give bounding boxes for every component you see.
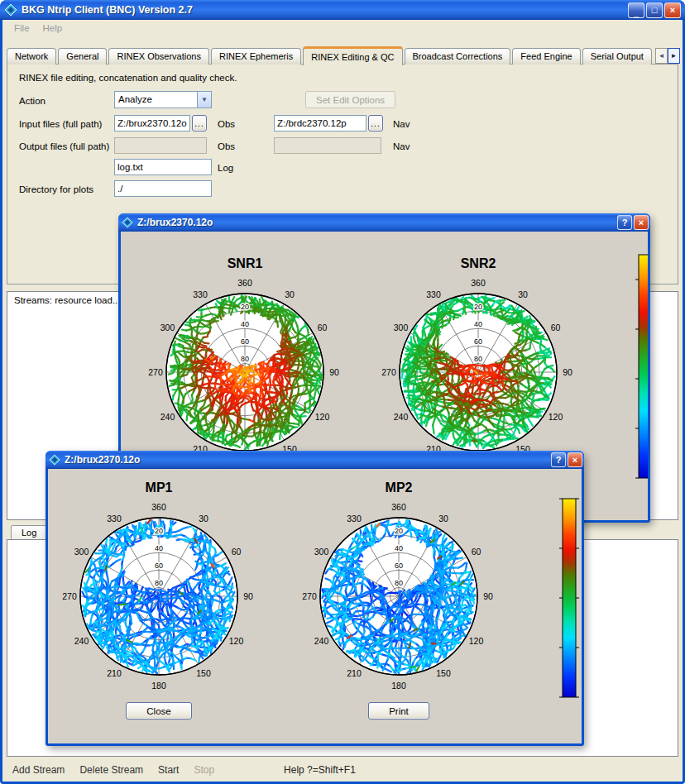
obs-label-input: Obs bbox=[218, 119, 235, 129]
svg-text:360: 360 bbox=[151, 502, 166, 512]
maximize-button[interactable]: □ bbox=[646, 2, 663, 18]
input-obs-field[interactable] bbox=[114, 115, 190, 131]
start-button[interactable]: Start bbox=[158, 764, 179, 776]
log-file-field[interactable] bbox=[114, 159, 212, 175]
delete-stream-button[interactable]: Delete Stream bbox=[79, 764, 143, 776]
svg-text:120: 120 bbox=[315, 412, 330, 422]
svg-text:180: 180 bbox=[391, 681, 406, 691]
nav-label-input: Nav bbox=[393, 119, 410, 129]
svg-text:80: 80 bbox=[474, 355, 482, 363]
print-plot-button[interactable]: Print bbox=[368, 702, 429, 719]
plot-title-mp1: MP1 bbox=[60, 480, 258, 495]
action-label: Action bbox=[19, 96, 46, 106]
log-label: Log bbox=[218, 163, 233, 173]
skyplot-snr1: 8060402036030609012015018021024027030033… bbox=[146, 273, 344, 471]
set-edit-options-button[interactable]: Set Edit Options bbox=[305, 91, 395, 108]
titlebar[interactable]: BKG Ntrip Client (BNC) Version 2.7 _ □ × bbox=[0, 0, 685, 20]
skyplot-block-snr1: SNR1 80604020360306090120150180210240270… bbox=[146, 256, 344, 471]
tab-rinex-observations[interactable]: RINEX Observations bbox=[108, 48, 208, 65]
skyplot-block-mp2: MP2 806040203603060901201501802102402703… bbox=[299, 480, 498, 719]
close-plot-button[interactable]: Close bbox=[126, 702, 191, 719]
svg-text:120: 120 bbox=[469, 636, 484, 646]
colorbar-snr: 86420 bbox=[634, 245, 648, 493]
svg-text:30: 30 bbox=[285, 289, 295, 299]
panel-description: RINEX file editing, concatenation and qu… bbox=[19, 73, 237, 83]
svg-text:40: 40 bbox=[241, 320, 249, 328]
skyplot-mp1: 8060402036030609012015018021024027030033… bbox=[60, 497, 258, 696]
colorbar-mp: 21,510,50Meters bbox=[558, 489, 582, 712]
tab-scroll-left-icon[interactable]: ◄ bbox=[655, 48, 668, 64]
skyplot-mp2: 8060402036030609012015018021024027030033… bbox=[299, 497, 498, 696]
add-stream-button[interactable]: Add Stream bbox=[12, 764, 65, 776]
help-hint: Help ?=Shift+F1 bbox=[284, 764, 356, 776]
tab-feed-engine[interactable]: Feed Engine bbox=[512, 48, 580, 65]
menu-file[interactable]: File bbox=[7, 22, 36, 35]
app-icon bbox=[4, 3, 17, 17]
menu-bar: File Help bbox=[2, 20, 683, 36]
main-window: BKG Ntrip Client (BNC) Version 2.7 _ □ ×… bbox=[0, 0, 685, 784]
client-area: File Help Network General RINEX Observat… bbox=[2, 20, 683, 782]
svg-text:330: 330 bbox=[426, 289, 441, 299]
svg-text:60: 60 bbox=[551, 323, 561, 332]
snr-dialog-titlebar[interactable]: Z:/brux2370.12o ? × bbox=[118, 213, 650, 232]
browse-obs-button[interactable]: ... bbox=[192, 115, 207, 131]
svg-text:150: 150 bbox=[436, 668, 451, 678]
svg-text:270: 270 bbox=[302, 591, 317, 601]
nav-label-output: Nav bbox=[393, 141, 410, 151]
svg-text:30: 30 bbox=[199, 514, 208, 523]
tab-network[interactable]: Network bbox=[7, 48, 56, 65]
svg-text:30: 30 bbox=[438, 514, 448, 523]
plots-dir-field[interactable] bbox=[114, 180, 212, 197]
snr-close-button[interactable]: × bbox=[634, 215, 649, 230]
tab-broadcast-corrections[interactable]: Broadcast Corrections bbox=[405, 48, 511, 65]
plots-dir-label: Directory for plots bbox=[19, 184, 93, 194]
svg-text:300: 300 bbox=[314, 547, 329, 557]
menu-help[interactable]: Help bbox=[36, 22, 69, 35]
svg-text:60: 60 bbox=[318, 323, 328, 332]
svg-text:210: 210 bbox=[347, 668, 362, 678]
svg-text:20: 20 bbox=[474, 303, 482, 311]
dialog-icon bbox=[122, 217, 133, 228]
svg-text:90: 90 bbox=[243, 591, 253, 601]
svg-text:150: 150 bbox=[196, 668, 211, 678]
svg-text:80: 80 bbox=[155, 579, 163, 587]
svg-text:60: 60 bbox=[472, 547, 481, 557]
mp-dialog-body: MP1 806040203603060901201501802102402703… bbox=[48, 469, 582, 743]
tab-rinex-editing-qc[interactable]: RINEX Editing & QC bbox=[303, 46, 402, 65]
skyplot-block-mp1: MP1 806040203603060901201501802102402703… bbox=[60, 480, 258, 719]
svg-text:360: 360 bbox=[237, 278, 252, 288]
tab-log[interactable]: Log bbox=[11, 525, 47, 540]
svg-text:180: 180 bbox=[151, 681, 166, 691]
svg-text:60: 60 bbox=[155, 562, 163, 570]
svg-text:330: 330 bbox=[347, 514, 362, 523]
tab-serial-output[interactable]: Serial Output bbox=[582, 48, 652, 65]
tab-general[interactable]: General bbox=[58, 48, 107, 65]
svg-text:270: 270 bbox=[381, 367, 396, 377]
svg-text:20: 20 bbox=[241, 303, 249, 311]
close-button[interactable]: × bbox=[664, 2, 681, 18]
svg-text:80: 80 bbox=[241, 355, 249, 363]
svg-text:90: 90 bbox=[483, 591, 493, 601]
window-title: BKG Ntrip Client (BNC) Version 2.7 bbox=[22, 4, 628, 16]
action-select[interactable]: Analyze ▼ bbox=[114, 91, 212, 108]
stop-button[interactable]: Stop bbox=[194, 764, 214, 776]
browse-nav-button[interactable]: ... bbox=[368, 115, 383, 131]
mp-help-button[interactable]: ? bbox=[551, 452, 566, 467]
svg-text:300: 300 bbox=[394, 323, 409, 332]
tab-scroll-right-icon[interactable]: ► bbox=[668, 48, 680, 64]
mp-close-button[interactable]: × bbox=[568, 452, 582, 467]
combo-arrow-icon[interactable]: ▼ bbox=[197, 92, 211, 108]
svg-text:300: 300 bbox=[74, 547, 89, 557]
snr-help-button[interactable]: ? bbox=[617, 215, 632, 230]
svg-text:80: 80 bbox=[395, 579, 403, 587]
tab-rinex-ephemeris[interactable]: RINEX Ephemeris bbox=[211, 48, 301, 65]
minimize-button[interactable]: _ bbox=[628, 2, 644, 18]
svg-text:40: 40 bbox=[395, 544, 403, 552]
snr-dialog-title: Z:/brux2370.12o bbox=[137, 217, 616, 228]
svg-text:360: 360 bbox=[391, 502, 406, 512]
svg-text:120: 120 bbox=[229, 636, 244, 646]
svg-text:240: 240 bbox=[74, 636, 89, 646]
input-nav-field[interactable] bbox=[274, 115, 366, 131]
mp-dialog-titlebar[interactable]: Z:/brux2370.12o ? × bbox=[46, 451, 584, 469]
mp-dialog: Z:/brux2370.12o ? × MP1 8060402036030609… bbox=[46, 451, 584, 746]
